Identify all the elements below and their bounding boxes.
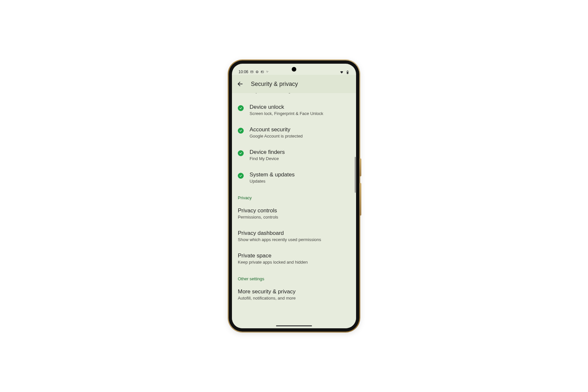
item-subtitle: Screen lock, Fingerprint & Face Unlock <box>250 111 349 116</box>
item-title: Privacy controls <box>238 207 349 214</box>
security-item-account-security[interactable]: Account security Google Account is prote… <box>232 121 356 144</box>
item-title: Device finders <box>250 149 349 155</box>
item-subtitle: Find My Device <box>250 156 349 161</box>
page-title: Security & privacy <box>251 81 298 88</box>
privacy-item-private-space[interactable]: Private space Keep private apps locked a… <box>232 247 356 270</box>
svg-point-3 <box>267 71 267 72</box>
security-item-device-unlock[interactable]: Device unlock Screen lock, Fingerprint &… <box>232 99 356 121</box>
app-header: Security & privacy <box>232 75 356 93</box>
item-subtitle: Google Account is protected <box>250 134 349 139</box>
svg-point-0 <box>256 71 258 73</box>
item-title: Account security <box>250 126 349 133</box>
item-subtitle: Play Protect scanning is on <box>250 93 349 93</box>
security-item-system-updates[interactable]: System & updates Updates <box>232 166 356 189</box>
wifi-icon <box>340 70 344 74</box>
scrollbar-thumb[interactable] <box>355 157 356 193</box>
section-label-other: Other settings <box>232 270 356 283</box>
power-button[interactable] <box>359 158 361 176</box>
security-item-device-finders[interactable]: Device finders Find My Device <box>232 144 356 166</box>
item-subtitle: Autofill, notifications, and more <box>238 296 349 301</box>
circle-icon <box>255 70 259 74</box>
privacy-item-privacy-dashboard[interactable]: Privacy dashboard Show which apps recent… <box>232 225 356 247</box>
check-badge-icon <box>238 150 244 156</box>
battery-icon <box>346 70 350 74</box>
item-title: System & updates <box>250 172 349 178</box>
gmail-icon <box>250 70 253 74</box>
picture-icon <box>261 70 264 74</box>
check-badge-icon <box>238 173 244 179</box>
svg-rect-8 <box>347 71 348 71</box>
volume-button[interactable] <box>359 183 361 216</box>
security-item-play-protect[interactable]: Play Protect scanning is on <box>232 93 356 99</box>
item-title: Device unlock <box>250 104 349 110</box>
item-subtitle: Show which apps recently used permission… <box>238 237 349 242</box>
settings-list[interactable]: Play Protect scanning is on Device unloc… <box>232 93 356 328</box>
svg-rect-7 <box>347 72 348 74</box>
other-item-more-security-privacy[interactable]: More security & privacy Autofill, notifi… <box>232 283 356 306</box>
item-title: More security & privacy <box>238 288 349 295</box>
item-title: Private space <box>238 253 349 259</box>
privacy-item-privacy-controls[interactable]: Privacy controls Permissions, controls <box>232 202 356 225</box>
status-left: 10:06 <box>238 70 269 74</box>
check-badge-icon <box>238 128 244 134</box>
phone-screen: 10:06 Security & privacy <box>232 64 356 328</box>
check-badge-icon <box>238 105 244 111</box>
status-time: 10:06 <box>238 70 248 74</box>
item-subtitle: Keep private apps locked and hidden <box>238 260 349 265</box>
gesture-nav-bar[interactable] <box>276 325 312 326</box>
item-subtitle: Permissions, controls <box>238 215 349 220</box>
item-title: Privacy dashboard <box>238 230 349 237</box>
item-subtitle: Updates <box>250 179 349 184</box>
camera-hole <box>292 67 296 72</box>
arrow-back-icon <box>237 80 244 88</box>
phone-frame: 10:06 Security & privacy <box>229 60 359 332</box>
svg-rect-2 <box>262 71 263 72</box>
section-label-privacy: Privacy <box>232 189 356 202</box>
svg-point-4 <box>268 71 268 72</box>
svg-point-5 <box>267 72 268 73</box>
status-right <box>340 70 350 74</box>
back-button[interactable] <box>237 80 244 88</box>
cast-icon <box>266 70 269 74</box>
